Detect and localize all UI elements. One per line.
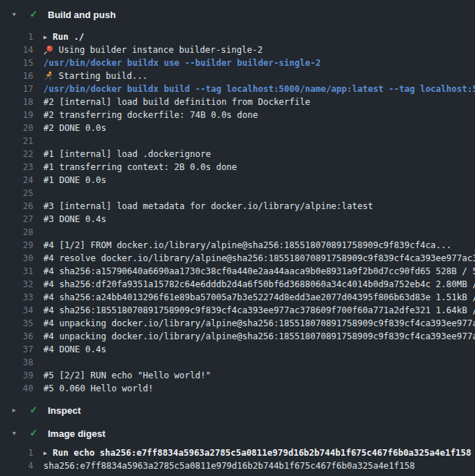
log-line: 1▶Run echo sha256:e7ff8834a5963a2785c5a0… bbox=[0, 446, 475, 459]
chevron-right-icon[interactable]: ▸ bbox=[12, 403, 21, 417]
log-line: 25 bbox=[0, 187, 475, 200]
line-content: #1 transferring context: 2B 0.0s done bbox=[43, 162, 475, 172]
line-number[interactable]: 27 bbox=[0, 214, 33, 224]
line-content: #3 [internal] load metadata for docker.i… bbox=[43, 201, 475, 211]
log-text: #4 DONE 0.4s bbox=[43, 344, 106, 354]
log-group-header[interactable]: ▸ ✓ Inspect bbox=[0, 403, 475, 417]
log-group-image-digest: ▾ ✓ Image digest 1▶Run echo sha256:e7ff8… bbox=[0, 426, 475, 472]
log-text: #4 resolve docker.io/library/alpine@sha2… bbox=[43, 253, 475, 263]
line-number[interactable]: 31 bbox=[0, 266, 33, 276]
log-line: 30#4 resolve docker.io/library/alpine@sh… bbox=[0, 252, 475, 265]
line-number[interactable]: 34 bbox=[0, 305, 33, 315]
line-number[interactable]: 37 bbox=[0, 344, 33, 354]
line-number[interactable]: 19 bbox=[0, 110, 33, 120]
line-number[interactable]: 15 bbox=[0, 58, 33, 68]
line-content: ▶Run echo sha256:e7ff8834a5963a2785c5a08… bbox=[43, 448, 475, 458]
log-text: #2 transferring dockerfile: 74B 0.0s don… bbox=[43, 110, 258, 120]
line-number[interactable]: 21 bbox=[0, 136, 33, 146]
line-content: #4 sha256:185518070891758909c9f839cf4ca3… bbox=[43, 305, 475, 315]
line-number[interactable]: 24 bbox=[0, 175, 33, 185]
log-line: 35#4 unpacking docker.io/library/alpine@… bbox=[0, 317, 475, 330]
line-number[interactable]: 36 bbox=[0, 331, 33, 341]
line-number[interactable]: 35 bbox=[0, 318, 33, 328]
line-content: #4 resolve docker.io/library/alpine@sha2… bbox=[43, 253, 475, 263]
log-text: #5 0.060 Hello world! bbox=[43, 383, 154, 394]
log-text: #3 DONE 0.4s bbox=[43, 214, 106, 224]
line-number[interactable]: 20 bbox=[0, 123, 33, 133]
log-line: 32#4 sha256:df20fa9351a15782c64e6dddb2d4… bbox=[0, 278, 475, 291]
line-content: #4 sha256:a15790640a6690aa1730c38cf0a440… bbox=[43, 266, 475, 276]
log-text: #4 sha256:df20fa9351a15782c64e6dddb2d4a6… bbox=[43, 279, 475, 289]
line-number[interactable]: 25 bbox=[0, 188, 33, 198]
line-content: #1 [internal] load .dockerignore bbox=[43, 149, 475, 159]
log-line: 26#3 [internal] load metadata for docker… bbox=[0, 200, 475, 213]
line-number[interactable]: 26 bbox=[0, 201, 33, 211]
log-line: 31#4 sha256:a15790640a6690aa1730c38cf0a4… bbox=[0, 265, 475, 278]
line-number[interactable]: 18 bbox=[0, 97, 33, 107]
line-content: #4 sha256:a24bb4013296f61e89ba57005a7b3e… bbox=[43, 292, 475, 302]
line-number[interactable]: 22 bbox=[0, 149, 33, 159]
log-line: 19#2 transferring dockerfile: 74B 0.0s d… bbox=[0, 109, 475, 122]
line-content: #4 DONE 0.4s bbox=[43, 344, 475, 354]
chevron-down-icon[interactable]: ▾ bbox=[12, 7, 21, 22]
line-number[interactable]: 1 bbox=[0, 32, 33, 42]
log-line: 21 bbox=[0, 135, 475, 148]
check-icon: ✓ bbox=[30, 7, 40, 22]
log-text: Starting build... bbox=[59, 71, 148, 81]
line-number[interactable]: 40 bbox=[0, 383, 33, 394]
line-content: #5 0.060 Hello world! bbox=[43, 383, 475, 394]
line-number[interactable]: 32 bbox=[0, 279, 33, 289]
line-content: #4 sha256:df20fa9351a15782c64e6dddb2d4a6… bbox=[43, 279, 475, 289]
line-content: #4 [1/2] FROM docker.io/library/alpine@s… bbox=[43, 240, 475, 250]
expand-step-icon[interactable]: ▶ bbox=[43, 450, 47, 456]
log-group-title: Inspect bbox=[48, 405, 81, 416]
log-text: #3 [internal] load metadata for docker.i… bbox=[43, 201, 373, 211]
workflow-log-viewer: { "colors": { "background": "#23282e", "… bbox=[0, 0, 475, 476]
line-number[interactable]: 1 bbox=[0, 448, 33, 458]
line-number[interactable]: 39 bbox=[0, 370, 33, 381]
line-content: Using builder instance builder-single-2 bbox=[43, 45, 475, 55]
line-number[interactable]: 17 bbox=[0, 84, 33, 94]
log-line: 28 bbox=[0, 226, 475, 239]
log-line: 29#4 [1/2] FROM docker.io/library/alpine… bbox=[0, 239, 475, 252]
log-group-header[interactable]: ▾ ✓ Image digest bbox=[0, 426, 475, 441]
log-text: #2 [internal] load build definition from… bbox=[43, 97, 310, 107]
runner-icon bbox=[43, 71, 54, 81]
log-group-title: Image digest bbox=[48, 428, 105, 439]
log-line: 23#1 transferring context: 2B 0.0s done bbox=[0, 161, 475, 174]
line-number[interactable]: 28 bbox=[0, 227, 33, 237]
chevron-down-icon[interactable]: ▾ bbox=[12, 426, 21, 441]
log-line: 38 bbox=[0, 356, 475, 369]
line-content: sha256:e7ff8834a5963a2785c5a0811e979d16b… bbox=[43, 461, 475, 471]
log-group-header[interactable]: ▾ ✓ Build and push bbox=[0, 7, 475, 22]
log-line: 27#3 DONE 0.4s bbox=[0, 213, 475, 226]
line-number[interactable]: 29 bbox=[0, 240, 33, 250]
log-text: #2 DONE 0.0s bbox=[43, 123, 106, 133]
pushpin-icon bbox=[43, 45, 54, 55]
log-line: 24#1 DONE 0.0s bbox=[0, 174, 475, 187]
line-content: #3 DONE 0.4s bbox=[43, 214, 475, 224]
line-content: /usr/bin/docker buildx build --tag local… bbox=[43, 84, 475, 94]
log-text: #4 sha256:a15790640a6690aa1730c38cf0a440… bbox=[43, 266, 475, 276]
expand-step-icon[interactable]: ▶ bbox=[43, 34, 47, 41]
log-text: Run ./ bbox=[53, 32, 84, 42]
log-text: #5 [2/2] RUN echo "Hello world!" bbox=[43, 370, 211, 381]
line-content: #2 transferring dockerfile: 74B 0.0s don… bbox=[43, 110, 475, 120]
log-group-build-and-push: ▾ ✓ Build and push 1▶Run ./14Using build… bbox=[0, 7, 475, 395]
log-group-title: Build and push bbox=[48, 9, 116, 20]
line-number[interactable]: 14 bbox=[0, 45, 33, 55]
log-line: 34#4 sha256:185518070891758909c9f839cf4c… bbox=[0, 304, 475, 317]
log-line: 20#2 DONE 0.0s bbox=[0, 122, 475, 135]
log-text: #4 unpacking docker.io/library/alpine@sh… bbox=[43, 318, 475, 328]
line-number[interactable]: 16 bbox=[0, 71, 33, 81]
log-text: #1 transferring context: 2B 0.0s done bbox=[43, 162, 237, 172]
log-text: #1 DONE 0.0s bbox=[43, 175, 106, 185]
log-text: Run echo sha256:e7ff8834a5963a2785c5a081… bbox=[53, 448, 471, 458]
line-content: #1 DONE 0.0s bbox=[43, 175, 475, 185]
line-number[interactable]: 4 bbox=[0, 461, 33, 471]
line-number[interactable]: 38 bbox=[0, 357, 33, 367]
line-number[interactable]: 23 bbox=[0, 162, 33, 172]
line-number[interactable]: 33 bbox=[0, 292, 33, 302]
line-number[interactable]: 30 bbox=[0, 253, 33, 263]
log-text: #4 sha256:185518070891758909c9f839cf4ca3… bbox=[43, 305, 475, 315]
